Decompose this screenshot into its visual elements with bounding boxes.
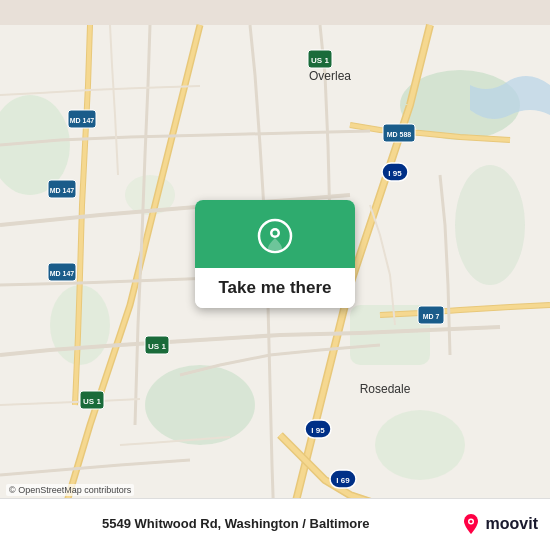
moovit-text: moovit xyxy=(486,515,538,533)
svg-point-5 xyxy=(375,410,465,480)
svg-text:US 1: US 1 xyxy=(311,56,329,65)
svg-text:Rosedale: Rosedale xyxy=(360,382,411,396)
moovit-logo: moovit xyxy=(460,513,538,535)
svg-text:US 1: US 1 xyxy=(148,342,166,351)
take-me-there-button[interactable]: Take me there xyxy=(195,200,355,308)
svg-point-4 xyxy=(145,365,255,445)
bottom-bar: 5549 Whitwood Rd, Washington / Baltimore… xyxy=(0,498,550,550)
svg-text:I 69: I 69 xyxy=(336,476,350,485)
svg-text:MD 588: MD 588 xyxy=(387,131,412,138)
copyright-text: © OpenStreetMap contributors xyxy=(9,485,131,495)
svg-text:MD 7: MD 7 xyxy=(423,313,440,320)
location-pin-icon xyxy=(257,218,293,254)
svg-text:I 95: I 95 xyxy=(311,426,325,435)
svg-text:MD 147: MD 147 xyxy=(50,270,75,277)
svg-point-39 xyxy=(469,520,472,523)
button-label: Take me there xyxy=(195,268,355,308)
osm-copyright: © OpenStreetMap contributors xyxy=(6,484,134,496)
address-text: 5549 Whitwood Rd, Washington / Baltimore xyxy=(12,516,460,531)
svg-text:US 1: US 1 xyxy=(83,397,101,406)
button-green-area xyxy=(195,200,355,268)
svg-text:MD 147: MD 147 xyxy=(70,117,95,124)
svg-text:I 95: I 95 xyxy=(388,169,402,178)
moovit-logo-icon xyxy=(460,513,482,535)
svg-text:Overlea: Overlea xyxy=(309,69,351,83)
svg-point-6 xyxy=(455,165,525,285)
svg-text:MD 147: MD 147 xyxy=(50,187,75,194)
map-container: US 1 MD 147 MD 147 MD 147 I 95 I 95 I 95… xyxy=(0,0,550,550)
svg-point-37 xyxy=(273,231,278,236)
